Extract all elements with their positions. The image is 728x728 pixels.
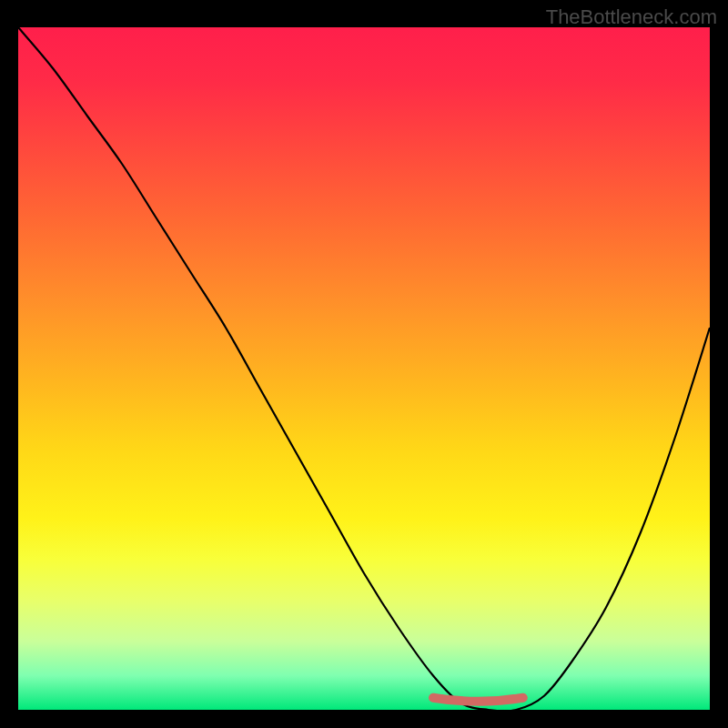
- watermark-text: TheBottleneck.com: [546, 5, 717, 29]
- bottom-border: [0, 710, 728, 728]
- bottleneck-curve: [18, 27, 710, 710]
- chart-plot-area: [18, 27, 710, 710]
